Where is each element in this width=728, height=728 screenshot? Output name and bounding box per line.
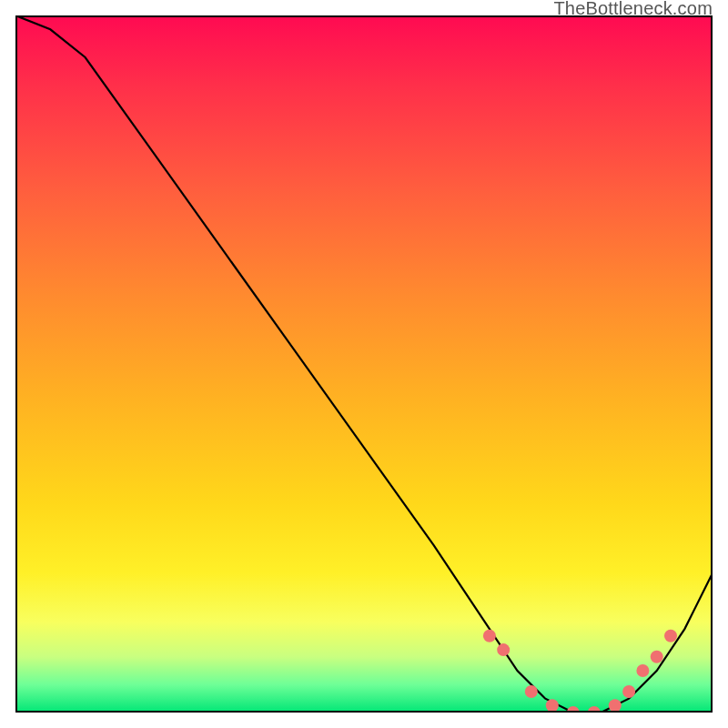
plot-gradient-background xyxy=(15,15,713,713)
bottleneck-chart: TheBottleneck.com xyxy=(0,0,728,728)
